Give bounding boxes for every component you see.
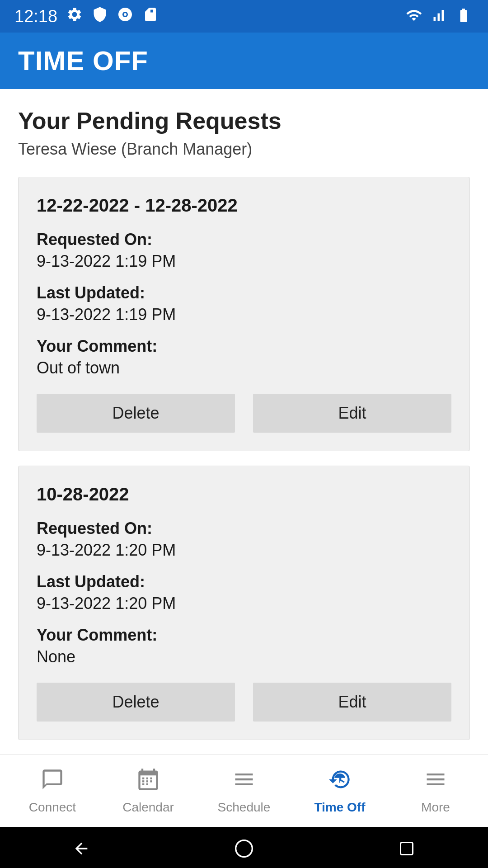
app-header: TIME OFF [0,33,488,89]
more-icon [424,768,447,797]
bottom-nav: Connect Calendar Schedule [0,755,488,827]
nav-item-more[interactable]: More [388,762,483,820]
request-2-date-range: 10-28-2022 [37,484,451,505]
request-1-comment-field: Your Comment: Out of town [37,337,451,377]
gear-icon [66,6,83,27]
nav-item-timeoff[interactable]: Time Off [292,762,388,820]
at-circle-icon [117,6,133,27]
request-2-requested-on-label: Requested On: [37,519,451,538]
request-1-requested-on-field: Requested On: 9-13-2022 1:19 PM [37,230,451,271]
request-1-last-updated-label: Last Updated: [37,283,451,302]
request-2-comment-value: None [37,647,451,666]
request-2-requested-on-value: 9-13-2022 1:20 PM [37,541,451,560]
nav-item-schedule[interactable]: Schedule [196,762,292,820]
request-1-delete-button[interactable]: Delete [37,394,235,433]
request-1-requested-on-label: Requested On: [37,230,451,249]
android-nav [0,827,488,868]
nav-calendar-label: Calendar [122,800,174,815]
request-1-edit-button[interactable]: Edit [253,394,451,433]
nav-item-calendar[interactable]: Calendar [100,762,196,820]
wifi-icon [405,7,423,25]
svg-rect-5 [146,780,148,782]
request-2-actions: Delete Edit [37,683,451,722]
request-2-comment-label: Your Comment: [37,626,451,645]
request-2-last-updated-value: 9-13-2022 1:20 PM [37,594,451,613]
shield-icon [92,6,108,27]
schedule-icon [232,768,256,797]
request-2-edit-button[interactable]: Edit [253,683,451,722]
svg-rect-2 [142,780,144,782]
svg-rect-9 [339,778,340,783]
nav-timeoff-label: Time Off [314,800,365,815]
request-2-requested-on-field: Requested On: 9-13-2022 1:20 PM [37,519,451,560]
status-bar: 12:18 [0,0,488,33]
request-card-2: 10-28-2022 Requested On: 9-13-2022 1:20 … [18,466,470,740]
request-2-last-updated-field: Last Updated: 9-13-2022 1:20 PM [37,572,451,613]
nav-schedule-label: Schedule [218,800,271,815]
svg-rect-1 [142,777,144,779]
request-2-comment-field: Your Comment: None [37,626,451,666]
user-name: Teresa Wiese [18,140,117,158]
status-time: 12:18 [14,7,57,26]
request-1-last-updated-field: Last Updated: 9-13-2022 1:19 PM [37,283,451,324]
request-1-date-range: 12-22-2022 - 12-28-2022 [37,195,451,216]
timeoff-icon [328,768,352,797]
calendar-icon [136,768,160,797]
nav-connect-label: Connect [29,800,76,815]
request-1-actions: Delete Edit [37,394,451,433]
android-recents-button[interactable] [393,835,420,862]
request-2-last-updated-label: Last Updated: [37,572,451,591]
svg-rect-11 [401,843,413,855]
sd-card-icon [142,6,159,27]
svg-rect-3 [142,783,144,785]
request-1-comment-label: Your Comment: [37,337,451,356]
request-1-comment-value: Out of town [37,359,451,377]
android-home-button[interactable] [230,835,258,862]
request-2-delete-button[interactable]: Delete [37,683,235,722]
main-content: Your Pending Requests Teresa Wiese (Bran… [0,89,488,755]
app-title: TIME OFF [18,46,148,76]
svg-rect-8 [150,780,152,782]
status-bar-right [405,7,474,25]
android-back-button[interactable] [68,835,95,862]
battery-icon [454,7,474,25]
svg-rect-7 [150,777,152,779]
nav-more-label: More [421,800,450,815]
user-role: (Branch Manager) [121,140,252,158]
request-card-1: 12-22-2022 - 12-28-2022 Requested On: 9-… [18,177,470,451]
nav-item-connect[interactable]: Connect [5,762,100,820]
svg-rect-6 [146,783,148,785]
request-1-last-updated-value: 9-13-2022 1:19 PM [37,305,451,324]
page-title: Your Pending Requests [18,107,470,134]
svg-point-0 [124,13,127,16]
svg-rect-4 [146,777,148,779]
connect-icon [41,768,64,797]
signal-icon [430,7,446,25]
svg-point-10 [236,840,253,857]
request-1-requested-on-value: 9-13-2022 1:19 PM [37,252,451,271]
user-subtitle: Teresa Wiese (Branch Manager) [18,140,470,159]
status-bar-left: 12:18 [14,6,159,27]
